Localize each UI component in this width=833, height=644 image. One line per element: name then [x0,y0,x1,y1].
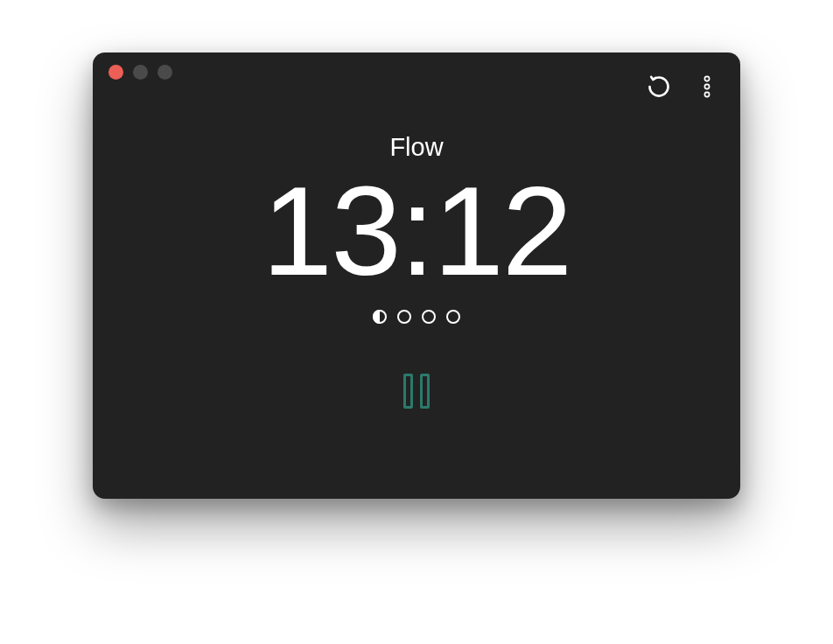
reset-button[interactable] [646,74,672,100]
session-label: Flow [389,133,443,162]
progress-dot-2 [397,310,411,324]
top-actions [646,74,716,100]
reset-icon [647,74,671,99]
svg-point-0 [704,76,709,80]
session-progress-dots [373,310,460,324]
more-icon [704,74,710,99]
window-close-button[interactable] [108,65,123,80]
window-maximize-button[interactable] [158,65,172,80]
svg-point-2 [704,92,709,96]
pause-button[interactable] [395,369,438,413]
timer-window: Flow 13:12 [93,52,740,499]
pause-icon [403,374,413,409]
svg-point-1 [704,84,709,88]
progress-dot-1 [373,310,387,324]
window-controls [108,65,172,80]
timer-content: Flow 13:12 [93,52,740,413]
timer-display: 13:12 [262,164,571,298]
progress-dot-4 [446,310,460,324]
window-minimize-button[interactable] [133,65,148,80]
progress-dot-3 [422,310,436,324]
pause-icon [420,374,430,409]
more-button[interactable] [698,74,716,100]
